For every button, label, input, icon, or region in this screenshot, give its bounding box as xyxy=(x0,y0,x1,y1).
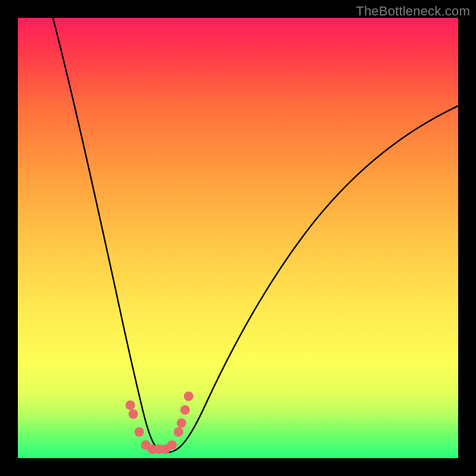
svg-point-2 xyxy=(134,427,144,437)
svg-point-11 xyxy=(184,392,193,401)
bottleneck-curve-path xyxy=(53,18,458,453)
svg-point-0 xyxy=(126,400,135,410)
chart-frame: TheBottleneck.com xyxy=(0,0,476,476)
plot-area xyxy=(18,18,458,458)
bottleneck-curve-svg xyxy=(18,18,458,458)
watermark-text: TheBottleneck.com xyxy=(356,4,470,19)
svg-point-9 xyxy=(177,418,186,428)
svg-point-10 xyxy=(180,405,190,415)
svg-point-8 xyxy=(174,427,183,437)
svg-point-7 xyxy=(167,440,177,450)
svg-point-1 xyxy=(129,409,138,419)
